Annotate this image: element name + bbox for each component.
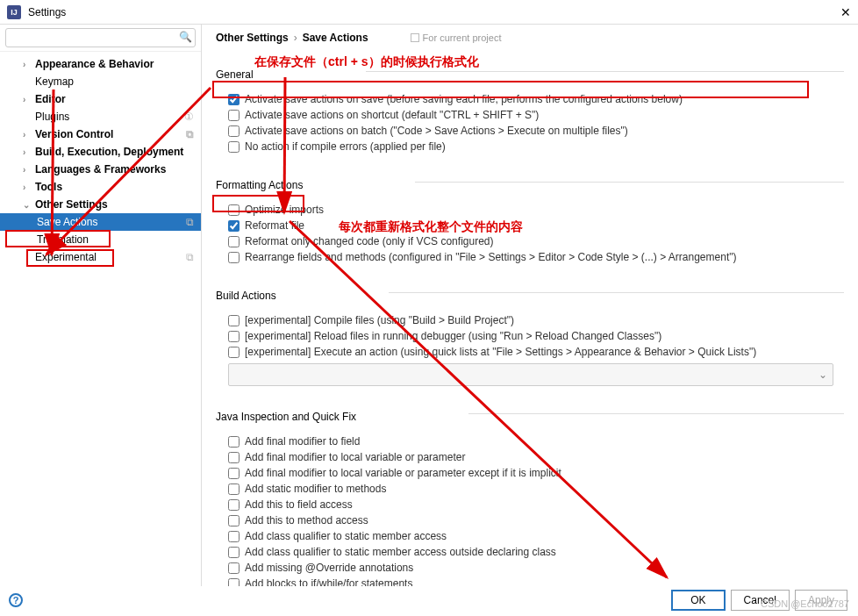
java-checkbox-4[interactable] — [228, 499, 240, 511]
formatting-checkbox-2[interactable] — [228, 236, 240, 247]
sidebar-item-label: Other Settings — [35, 198, 108, 211]
sidebar-item-label: Translation — [37, 233, 89, 246]
java-row-5: Add this to method access — [216, 512, 844, 528]
sidebar-item-label: Save Actions — [37, 216, 97, 228]
help-icon[interactable]: ? — [9, 593, 23, 607]
sidebar-item-version-control[interactable]: ›Version Control⧉ — [0, 125, 201, 143]
project-scope-note: For current project — [411, 32, 502, 43]
java-row-0: Add final modifier to field — [216, 433, 844, 449]
formatting-row-2: Reformat only changed code (only if VCS … — [216, 233, 844, 249]
java-checkbox-5[interactable] — [228, 515, 240, 526]
build-checkbox-1[interactable] — [228, 331, 240, 342]
java-label-8: Add missing @Override annotations — [245, 562, 413, 574]
sidebar-item-appearance-behavior[interactable]: ›Appearance & Behavior — [0, 55, 201, 73]
java-label-4: Add this to field access — [245, 498, 353, 511]
general-label-2: Activate save actions on batch ("Code > … — [245, 125, 628, 137]
breadcrumb: Other Settings › Save Actions For curren… — [216, 32, 844, 44]
java-label-2: Add final modifier to local variable or … — [245, 467, 561, 479]
java-checkbox-2[interactable] — [228, 468, 240, 479]
java-row-3: Add static modifier to methods — [216, 481, 844, 497]
watermark: CSDN @Echoo2787 — [761, 598, 849, 609]
sidebar-item-label: Appearance & Behavior — [35, 58, 154, 70]
sidebar-item-languages-frameworks[interactable]: ›Languages & Frameworks — [0, 161, 201, 178]
breadcrumb-parent[interactable]: Other Settings — [216, 32, 289, 44]
section-java-title: Java Inspection and Quick Fix — [216, 411, 356, 423]
sidebar-item-label: Experimental — [35, 251, 97, 263]
java-label-5: Add this to method access — [245, 514, 368, 526]
quicklist-dropdown[interactable]: ⌄ — [228, 363, 833, 386]
general-checkbox-2[interactable] — [228, 125, 240, 137]
sidebar: 🔍 ›Appearance & BehaviorKeymap›EditorPlu… — [0, 25, 202, 586]
formatting-row-3: Rearrange fields and methods (configured… — [216, 249, 844, 265]
chevron-down-icon: ⌄ — [23, 200, 35, 210]
java-checkbox-8[interactable] — [228, 562, 240, 574]
section-formatting-title: Formatting Actions — [216, 179, 303, 191]
badge-icon: ① — [184, 111, 194, 123]
annotation-1: 在保存文件（ctrl + s）的时候执行格式化 — [254, 54, 479, 70]
chevron-right-icon: › — [23, 165, 35, 175]
sidebar-item-label: Version Control — [35, 128, 113, 140]
close-icon[interactable]: ✕ — [840, 5, 851, 19]
build-row-1: [experimental] Reload files in running d… — [216, 328, 844, 344]
content-pane: Other Settings › Save Actions For curren… — [202, 25, 858, 586]
formatting-label-3: Rearrange fields and methods (configured… — [245, 251, 736, 263]
java-label-3: Add static modifier to methods — [245, 483, 386, 495]
java-checkbox-6[interactable] — [228, 531, 240, 542]
chevron-down-icon: ⌄ — [819, 369, 827, 381]
java-row-2: Add final modifier to local variable or … — [216, 465, 844, 481]
chevron-right-icon: › — [294, 32, 297, 44]
java-label-9: Add blocks to if/while/for statements — [245, 577, 412, 586]
sidebar-item-label: Plugins — [35, 111, 69, 123]
sidebar-item-plugins[interactable]: Plugins① — [0, 108, 201, 125]
sidebar-item-label: Editor — [35, 93, 66, 105]
sidebar-item-label: Languages & Frameworks — [35, 163, 166, 175]
sidebar-item-experimental[interactable]: Experimental⧉ — [0, 248, 201, 266]
formatting-label-1: Reformat file — [245, 219, 304, 232]
java-checkbox-0[interactable] — [228, 436, 240, 448]
sidebar-item-other-settings[interactable]: ⌄Other Settings — [0, 196, 201, 213]
formatting-row-1: Reformat file — [216, 218, 844, 233]
app-icon: IJ — [7, 5, 21, 19]
search-input[interactable] — [5, 28, 196, 47]
sidebar-item-label: Build, Execution, Deployment — [35, 146, 183, 158]
formatting-checkbox-1[interactable] — [228, 220, 240, 232]
sidebar-item-save-actions[interactable]: Save Actions⧉ — [0, 213, 201, 231]
badge-icon: ⧉ — [186, 216, 194, 228]
java-checkbox-7[interactable] — [228, 547, 240, 558]
sidebar-item-keymap[interactable]: Keymap — [0, 73, 201, 90]
java-checkbox-9[interactable] — [228, 578, 240, 587]
java-row-4: Add this to field access — [216, 497, 844, 512]
build-checkbox-0[interactable] — [228, 315, 240, 326]
formatting-row-0: Optimize imports — [216, 202, 844, 218]
cube-icon — [411, 33, 419, 42]
java-label-7: Add class qualifier to static member acc… — [245, 546, 556, 558]
general-checkbox-3[interactable] — [228, 141, 240, 153]
section-build-title: Build Actions — [216, 290, 276, 302]
formatting-checkbox-3[interactable] — [228, 252, 240, 263]
window-title: Settings — [28, 6, 66, 18]
badge-icon: ⧉ — [186, 251, 194, 263]
chevron-right-icon: › — [23, 60, 35, 69]
formatting-checkbox-0[interactable] — [228, 204, 240, 216]
java-label-0: Add final modifier to field — [245, 435, 360, 448]
build-checkbox-2[interactable] — [228, 347, 240, 358]
general-row-2: Activate save actions on batch ("Code > … — [216, 123, 844, 139]
formatting-label-2: Reformat only changed code (only if VCS … — [245, 235, 493, 247]
java-row-1: Add final modifier to local variable or … — [216, 449, 844, 465]
java-label-6: Add class qualifier to static member acc… — [245, 530, 447, 542]
build-label-2: [experimental] Execute an action (using … — [245, 346, 756, 358]
chevron-right-icon: › — [23, 95, 35, 104]
sidebar-item-translation[interactable]: Translation — [0, 231, 201, 248]
build-label-1: [experimental] Reload files in running d… — [245, 330, 661, 342]
sidebar-item-editor[interactable]: ›Editor — [0, 90, 201, 108]
general-checkbox-1[interactable] — [228, 110, 240, 121]
general-checkbox-0[interactable] — [228, 94, 240, 105]
java-row-9: Add blocks to if/while/for statements — [216, 576, 844, 586]
footer: ? OK Cancel Apply — [0, 590, 858, 611]
java-checkbox-3[interactable] — [228, 483, 240, 495]
general-label-1: Activate save actions on shortcut (defau… — [245, 109, 539, 121]
ok-button[interactable]: OK — [671, 590, 725, 611]
sidebar-item-build-execution-deployment[interactable]: ›Build, Execution, Deployment — [0, 143, 201, 161]
java-checkbox-1[interactable] — [228, 452, 240, 463]
sidebar-item-tools[interactable]: ›Tools — [0, 178, 201, 196]
